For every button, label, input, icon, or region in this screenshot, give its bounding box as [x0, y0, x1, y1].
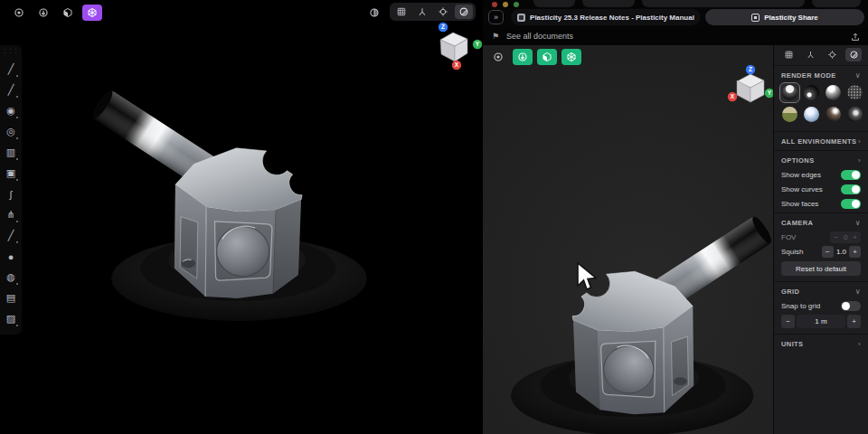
tool-boolean[interactable]: ◍ — [1, 267, 21, 288]
box-tool-icon: ▣ — [6, 167, 15, 179]
tool-sphere[interactable]: ● — [1, 246, 21, 267]
arrow-down-circle-icon — [38, 7, 49, 18]
close-window-button[interactable] — [492, 2, 497, 7]
grid-toggle-button[interactable] — [780, 48, 797, 61]
chevron-right-icon: › — [858, 340, 861, 348]
grid-size-decrement-button[interactable]: − — [781, 315, 795, 328]
render-mode-header[interactable]: RENDER MODE ∨ — [774, 68, 868, 82]
grid-toggle-button[interactable] — [392, 5, 410, 19]
upload-share-button[interactable] — [850, 30, 861, 46]
chevron-right-icon: › — [858, 137, 861, 146]
view-cube[interactable]: Z X Y — [431, 20, 482, 71]
camera-header[interactable]: CAMERA ∨ — [774, 215, 868, 230]
tab-plasticity-share[interactable]: Plasticity Share — [705, 9, 864, 25]
tool-extrude[interactable]: ▤ — [1, 288, 21, 308]
tool-material[interactable]: ▨ — [1, 308, 21, 329]
axes-button[interactable] — [413, 5, 431, 19]
grid-icon — [784, 50, 794, 60]
tool-line[interactable]: ╱ — [1, 59, 21, 80]
env-thumbnail-outdoor[interactable] — [780, 105, 799, 124]
env-preview — [826, 85, 841, 100]
shaded-mode-button[interactable] — [537, 49, 557, 65]
grid-size-value: 1 m — [797, 315, 845, 328]
half-cube-icon — [62, 7, 73, 18]
env-thumbnail-studio-bright[interactable] — [824, 83, 843, 102]
viewport-settings-button[interactable] — [845, 48, 862, 61]
minimize-window-button[interactable] — [503, 2, 508, 7]
half-cube-icon — [542, 52, 552, 62]
model-suction-clamp[interactable] — [86, 80, 368, 324]
rendered-mode-button[interactable] — [561, 49, 581, 65]
render-settings-button[interactable] — [488, 49, 508, 65]
xray-mode-button[interactable] — [33, 5, 53, 21]
tool-curve[interactable]: ╱ — [1, 80, 21, 100]
left-viewport: · · ·· · · ╱ ╱ ◉ ◎ ▥ ▣ ʃ ⋔ ╱ ● ◍ ▤ ▨ — [0, 0, 483, 434]
upload-icon — [850, 32, 861, 42]
tool-trim[interactable]: ⋔ — [1, 204, 21, 225]
show-curves-toggle[interactable] — [841, 184, 861, 194]
environment-sphere-icon — [369, 7, 380, 18]
sidebar-drag-handle[interactable]: · · ·· · · — [4, 48, 18, 55]
address-bar-partial — [533, 0, 575, 7]
env-preview — [847, 85, 863, 100]
env-thumbnail-sky-blue[interactable] — [802, 105, 821, 124]
env-preview — [804, 107, 819, 122]
extrude-tool-icon: ▤ — [6, 292, 15, 304]
viewport-settings-button[interactable] — [455, 5, 473, 19]
view-cube[interactable]: Z X Y — [725, 63, 776, 114]
axis-y-badge: Y — [476, 41, 480, 47]
gizmo-button[interactable] — [434, 5, 452, 19]
all-environments-header[interactable]: ALL ENVIRONMENTS › — [774, 134, 868, 148]
tool-spline[interactable]: ʃ — [1, 184, 21, 204]
env-thumbnail-studio-dark[interactable] — [780, 83, 799, 102]
tab-plasticity-manual[interactable]: Plasticity 25.3 Release Notes - Plastici… — [511, 9, 701, 25]
env-thumbnail-spotlight[interactable] — [802, 83, 821, 102]
squish-increment-button[interactable]: + — [849, 246, 861, 258]
gizmo-icon — [438, 6, 448, 17]
axes-button[interactable] — [802, 48, 818, 61]
trim-tool-icon: ⋔ — [6, 209, 14, 221]
tool-circle[interactable]: ◉ — [1, 100, 21, 121]
show-curves-row: Show curves — [774, 182, 868, 196]
show-edges-toggle[interactable] — [841, 170, 861, 180]
env-preview — [804, 85, 819, 100]
axis-z-badge: Z — [749, 66, 752, 72]
share-viewport: Z X Y — [483, 45, 868, 434]
snap-to-grid-toggle[interactable] — [841, 301, 861, 311]
wire-hexagon-icon — [566, 52, 577, 62]
line-tool-icon: ╱ — [8, 63, 14, 75]
zoom-window-button[interactable] — [514, 2, 519, 7]
environment-button[interactable] — [364, 5, 384, 20]
env-thumbnail-city-swirl[interactable] — [845, 105, 864, 124]
shaded-mode-button[interactable] — [58, 5, 78, 21]
grid-size-increment-button[interactable]: + — [847, 315, 861, 328]
see-all-documents-link[interactable]: See all documents — [506, 32, 573, 41]
sketch-tool-icon: ╱ — [8, 230, 14, 241]
tab-title: Plasticity 25.3 Release Notes - Plastici… — [530, 14, 694, 22]
show-faces-toggle[interactable] — [841, 199, 861, 209]
tool-polygon[interactable]: ◎ — [1, 121, 21, 142]
gizmo-button[interactable] — [824, 48, 840, 61]
tool-cylinder[interactable]: ▥ — [1, 142, 21, 163]
tool-sketch[interactable]: ╱ — [1, 225, 21, 246]
circle-dot-icon — [14, 7, 24, 18]
options-header[interactable]: OPTIONS › — [774, 153, 868, 167]
fov-row: FOV − 0 + — [774, 230, 868, 244]
env-thumbnail-mesh-dome[interactable] — [845, 83, 864, 102]
grid-header[interactable]: GRID ∨ — [774, 284, 868, 298]
squish-decrement-button[interactable]: − — [822, 246, 834, 258]
render-settings-button[interactable] — [9, 5, 29, 21]
view-toolbar — [390, 3, 476, 21]
chevron-down-icon: ∨ — [855, 219, 861, 227]
env-thumbnail-night-spot[interactable] — [824, 105, 843, 124]
rendered-mode-button[interactable] — [82, 5, 102, 21]
cylinder-tool-icon: ▥ — [6, 146, 15, 158]
squish-value: 1.0 — [836, 248, 846, 256]
tool-box[interactable]: ▣ — [1, 163, 21, 184]
xray-mode-button[interactable] — [513, 49, 533, 65]
reset-to-default-button[interactable]: Reset to default — [781, 261, 861, 276]
settings-panel: RENDER MODE ∨ ALL ENVIRONMENTS › — [773, 45, 868, 434]
units-header[interactable]: UNITS › — [774, 336, 868, 351]
model-suction-clamp[interactable] — [510, 206, 778, 434]
tab-overflow-button[interactable]: » — [488, 10, 504, 24]
